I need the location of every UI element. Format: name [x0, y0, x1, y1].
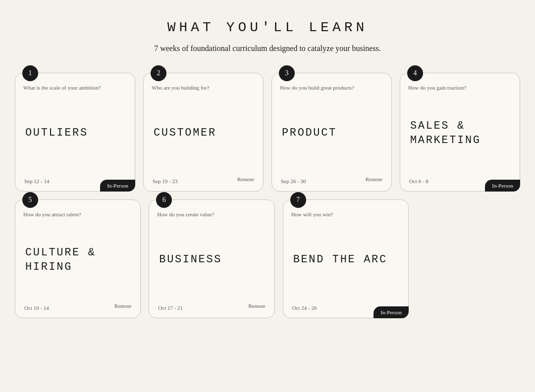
- card-footer-5: Oct 10 - 14 Remote: [15, 298, 140, 318]
- page-title: WHAT YOU'LL LEARN: [15, 20, 520, 35]
- card-number-2: 2: [151, 65, 166, 81]
- card-footer-6: Oct 17 - 21 Remote: [149, 298, 274, 318]
- card-date-2: Sep 19 - 23: [153, 178, 177, 191]
- card-title-4: SALES &MARKETING: [400, 96, 520, 171]
- card-date-7: Oct 24 - 26: [292, 305, 317, 318]
- card-date-6: Oct 17 - 21: [158, 305, 183, 318]
- card-title-6: BUSINESS: [149, 222, 274, 298]
- subtitle: 7 weeks of foundational curriculum desig…: [15, 44, 520, 53]
- card-badge-4: In-Person: [485, 180, 520, 192]
- card-footer-4: Oct 6 - 8 In-Person: [400, 171, 520, 191]
- card-badge-1: In-Person: [100, 180, 135, 192]
- card-number-7: 7: [290, 192, 306, 208]
- card-number-3: 3: [279, 65, 295, 81]
- card-badge-2: Remote: [230, 173, 263, 185]
- card-badge-6: Remote: [241, 300, 274, 312]
- card-7: 7 How will you win? BEND THE ARC Oct 24 …: [283, 199, 409, 318]
- page: WHAT YOU'LL LEARN 7 weeks of foundationa…: [0, 0, 535, 343]
- card-1: 1 What is the scale of your ambition? OU…: [15, 73, 135, 192]
- card-title-1: OUTLIERS: [15, 96, 135, 171]
- card-date-5: Oct 10 - 14: [24, 305, 49, 318]
- card-date-3: Sep 26 - 30: [281, 178, 306, 191]
- top-grid: 1 What is the scale of your ambition? OU…: [15, 73, 520, 192]
- card-3: 3 How do you build great products? PRODU…: [271, 73, 392, 192]
- card-5: 5 How do you attract talent? CULTURE &HI…: [15, 199, 141, 318]
- card-number-5: 5: [22, 192, 38, 208]
- card-2: 2 Who are you building for? CUSTOMER Sep…: [143, 73, 264, 192]
- card-4: 4 How do you gain traction? SALES &MARKE…: [400, 73, 520, 192]
- card-date-1: Sep 12 - 14: [24, 178, 49, 191]
- card-title-2: CUSTOMER: [144, 96, 263, 171]
- card-badge-3: Remote: [359, 173, 391, 185]
- card-footer-1: Sep 12 - 14 In-Person: [15, 171, 135, 191]
- card-footer-7: Oct 24 - 26 In-Person: [283, 298, 408, 318]
- card-footer-2: Sep 19 - 23 Remote: [144, 171, 263, 191]
- card-title-5: CULTURE &HIRING: [15, 222, 140, 298]
- card-title-3: PRODUCT: [272, 96, 391, 171]
- card-badge-7: In-Person: [374, 306, 409, 318]
- card-title-7: BEND THE ARC: [283, 222, 408, 298]
- card-badge-5: Remote: [107, 300, 140, 312]
- card-footer-3: Sep 26 - 30 Remote: [272, 171, 391, 191]
- card-number-1: 1: [22, 65, 38, 81]
- bottom-grid: 5 How do you attract talent? CULTURE &HI…: [15, 199, 409, 318]
- card-6: 6 How do you create value? BUSINESS Oct …: [149, 199, 274, 318]
- card-number-4: 4: [407, 65, 423, 81]
- card-date-4: Oct 6 - 8: [409, 178, 428, 191]
